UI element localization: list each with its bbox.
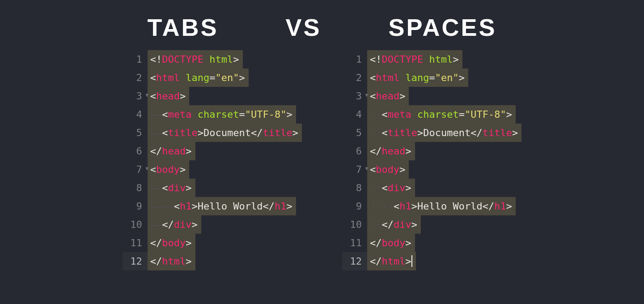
code-content[interactable]: </head> — [148, 142, 195, 160]
line-number: 9 — [123, 197, 148, 215]
code-content[interactable]: ————<h1>Hello World</h1> — [148, 197, 296, 215]
code-content[interactable]: </head> — [367, 142, 415, 160]
code-content[interactable]: <head> — [367, 87, 409, 105]
token-tag: div — [388, 179, 406, 197]
token-tag: div — [394, 215, 411, 234]
code-line[interactable]: 10··</div> — [342, 215, 521, 234]
code-content[interactable]: ——<meta charset="UTF-8"> — [148, 105, 296, 124]
code-content[interactable]: ——<title>Document</title> — [148, 124, 302, 142]
fold-icon[interactable]: ▼ — [145, 86, 148, 104]
code-content[interactable]: </html> — [367, 252, 416, 270]
code-line[interactable]: 8··<div> — [342, 179, 521, 197]
code-content[interactable]: ··</div> — [367, 215, 421, 234]
code-line[interactable]: 3▼<head> — [342, 87, 521, 105]
code-line[interactable]: 7▼<body> — [123, 160, 302, 179]
code-line[interactable]: 1<!DOCTYPE html> — [123, 50, 302, 69]
code-line[interactable]: 7▼<body> — [342, 160, 521, 179]
code-line[interactable]: 5··<title>Document</title> — [342, 124, 521, 142]
line-number: 4 — [342, 105, 367, 124]
code-line[interactable]: 4——<meta charset="UTF-8"> — [123, 105, 302, 124]
line-number: 5 — [123, 124, 148, 142]
code-line[interactable]: 3▼<head> — [123, 87, 302, 105]
line-number: 2 — [123, 69, 148, 87]
token-pnc: > — [405, 252, 411, 270]
line-number: 1 — [342, 50, 367, 69]
token-txt — [180, 69, 186, 87]
code-content[interactable]: ··<title>Document</title> — [367, 124, 521, 142]
token-pnc: > — [192, 197, 198, 215]
code-line[interactable]: 4··<meta charset="UTF-8"> — [342, 105, 521, 124]
token-txt — [203, 50, 209, 69]
token-pnc: < — [150, 87, 156, 105]
line-number: 3▼ — [123, 87, 148, 105]
code-content[interactable]: ——<div> — [148, 179, 195, 197]
token-pnc: > — [239, 69, 245, 87]
token-tag: meta — [168, 105, 192, 124]
token-pnc: > — [186, 142, 191, 160]
code-line[interactable]: 12</html> — [342, 252, 521, 270]
code-line[interactable]: 6</head> — [123, 142, 302, 160]
token-pnc: > — [192, 215, 198, 234]
code-content[interactable]: ····<h1>Hello World</h1> — [367, 197, 516, 215]
code-line[interactable]: 10——</div> — [123, 215, 302, 234]
token-pnc: < — [382, 105, 388, 124]
token-tag: div — [168, 179, 186, 197]
token-pnc: </ — [263, 197, 275, 215]
code-content[interactable]: <body> — [367, 160, 409, 179]
token-pnc: </ — [251, 124, 263, 142]
token-txt: Document — [203, 124, 251, 142]
space-indent-guide: ·· — [370, 179, 382, 197]
code-content[interactable]: ——</div> — [148, 215, 201, 234]
token-txt: Document — [423, 124, 470, 142]
code-content[interactable]: </html> — [148, 252, 195, 270]
code-line[interactable]: 11</body> — [342, 234, 521, 252]
code-content[interactable]: <head> — [148, 87, 189, 105]
code-content[interactable]: </body> — [367, 234, 415, 252]
code-content[interactable]: <!DOCTYPE html> — [148, 50, 243, 69]
token-tag: body — [382, 234, 406, 252]
token-pnc: < — [162, 105, 168, 124]
code-content[interactable]: <body> — [148, 160, 189, 179]
code-line[interactable]: 9····<h1>Hello World</h1> — [342, 197, 521, 215]
line-number: 3▼ — [342, 87, 367, 105]
code-line[interactable]: 2<html lang="en"> — [123, 69, 302, 87]
line-number: 12 — [342, 252, 367, 270]
spaces-title: SPACES — [388, 13, 496, 41]
token-tag: body — [156, 160, 180, 179]
code-content[interactable]: ··<meta charset="UTF-8"> — [367, 105, 516, 124]
code-line[interactable]: 8——<div> — [123, 179, 302, 197]
code-line[interactable]: 12</html> — [123, 252, 302, 270]
tabs-code-panel: 1<!DOCTYPE html>2<html lang="en">3▼<head… — [123, 50, 302, 270]
token-pnc: < — [370, 69, 376, 87]
token-pnc: > — [405, 234, 411, 252]
code-content[interactable]: <html lang="en"> — [148, 69, 249, 87]
token-pnc: < — [150, 160, 156, 179]
code-content[interactable]: <html lang="en"> — [367, 69, 468, 87]
token-pnc: > — [406, 179, 411, 197]
token-pnc: > — [411, 197, 417, 215]
line-number: 7▼ — [123, 160, 148, 179]
code-line[interactable]: 1<!DOCTYPE html> — [342, 50, 521, 69]
code-line[interactable]: 9————<h1>Hello World</h1> — [123, 197, 302, 215]
fold-icon[interactable]: ▼ — [365, 159, 368, 178]
token-op: = — [459, 105, 465, 124]
token-pnc: </ — [370, 142, 382, 160]
token-pnc: </ — [150, 234, 162, 252]
code-content[interactable]: <!DOCTYPE html> — [367, 50, 462, 69]
spaces-code-panel: 1<!DOCTYPE html>2<html lang="en">3▼<head… — [342, 50, 521, 270]
fold-icon[interactable]: ▼ — [365, 86, 368, 104]
line-number: 8 — [342, 179, 367, 197]
code-line[interactable]: 6</head> — [342, 142, 521, 160]
code-line[interactable]: 2<html lang="en"> — [342, 69, 521, 87]
code-content[interactable]: ··<div> — [367, 179, 415, 197]
line-number: 7▼ — [342, 160, 367, 179]
code-line[interactable]: 5——<title>Document</title> — [123, 124, 302, 142]
token-attr: charset — [198, 105, 239, 124]
fold-icon[interactable]: ▼ — [145, 159, 148, 178]
code-line[interactable]: 11</body> — [123, 234, 302, 252]
token-txt: Hello World — [198, 197, 263, 215]
code-content[interactable]: </body> — [148, 234, 195, 252]
token-tag: html — [376, 69, 399, 87]
line-number: 11 — [123, 234, 148, 252]
line-number: 6 — [342, 142, 367, 160]
